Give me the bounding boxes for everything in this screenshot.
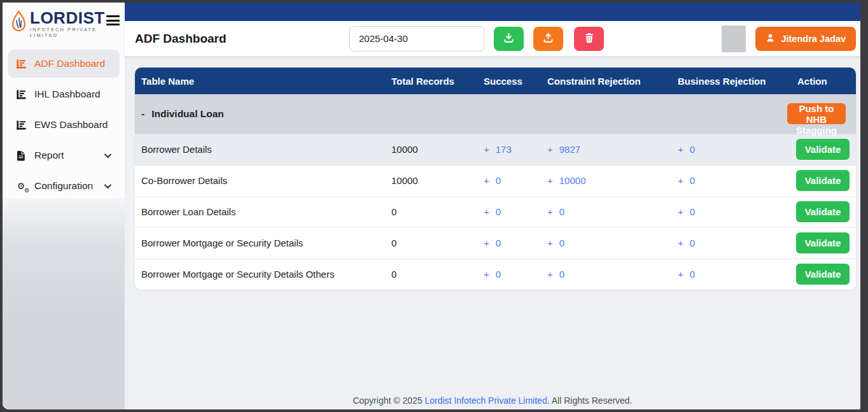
- page-title: ADF Dashboard: [135, 32, 349, 46]
- table-row: Borrower Details 10000 +173 +9827 +0 Val…: [135, 134, 856, 165]
- expand-plus-icon[interactable]: +: [678, 206, 683, 217]
- expand-plus-icon[interactable]: +: [484, 144, 489, 155]
- sidebar-item-label: EWS Dashboard: [34, 119, 108, 131]
- file-icon: [15, 150, 27, 161]
- bar-chart-icon: [15, 119, 27, 131]
- sidebar-item-adf-dashboard[interactable]: ADF Dashboard: [8, 50, 120, 78]
- report-date-input[interactable]: [349, 26, 484, 52]
- sidebar-item-label: Configuration: [34, 180, 93, 192]
- sidebar-item-configuration[interactable]: ⚙⚙ Configuration: [8, 172, 120, 200]
- adf-table: Table Name Total Records Success Constra…: [135, 67, 856, 290]
- table-name-cell: Borrower Details: [135, 134, 385, 165]
- person-icon: [766, 33, 775, 45]
- push-to-nhb-stagging-button[interactable]: Push to NHB Stagging: [787, 103, 846, 124]
- expand-plus-icon[interactable]: +: [678, 269, 683, 280]
- bar-chart-icon: [15, 58, 27, 69]
- table-row: Borrower Loan Details 0 +0 +0 +0 Validat…: [135, 196, 856, 227]
- upload-icon: [543, 32, 554, 45]
- expand-plus-icon[interactable]: +: [484, 238, 489, 248]
- logo-title: LORDIST: [30, 9, 106, 27]
- user-name: Jitendra Jadav: [781, 34, 846, 44]
- sidebar-menu: ADF Dashboard IHL Dashboard EWS Dashboar…: [3, 45, 125, 200]
- expand-plus-icon[interactable]: +: [547, 269, 553, 280]
- sidebar-item-ews-dashboard[interactable]: EWS Dashboard: [8, 111, 120, 139]
- expand-plus-icon[interactable]: +: [547, 206, 553, 217]
- table-body: - Individual Loan Push to NHB Stagging B…: [135, 94, 856, 290]
- constraint-count[interactable]: 0: [559, 206, 564, 217]
- col-success: Success: [477, 67, 541, 94]
- group-name: Individual Loan: [151, 108, 224, 120]
- download-icon: [503, 32, 514, 45]
- logo-subtitle: INFOTECH PRIVATE LIMITED: [30, 27, 106, 38]
- business-count[interactable]: 0: [690, 144, 695, 155]
- expand-plus-icon[interactable]: +: [484, 206, 489, 217]
- business-count[interactable]: 0: [690, 269, 695, 280]
- sidebar-item-label: Report: [34, 150, 64, 161]
- table-row: Borrower Mortgage or Security Details Ot…: [135, 259, 856, 290]
- adf-table-card: Table Name Total Records Success Constra…: [135, 67, 856, 290]
- expand-plus-icon[interactable]: +: [678, 238, 683, 248]
- validate-button[interactable]: Validate: [796, 170, 850, 191]
- content-area: Table Name Total Records Success Constra…: [125, 56, 860, 409]
- success-count[interactable]: 0: [496, 238, 501, 248]
- sidebar-item-label: ADF Dashboard: [34, 58, 105, 69]
- footer: Copyright © 2025 Lordist Infotech Privat…: [125, 395, 860, 406]
- total-records-cell: 10000: [385, 165, 477, 196]
- business-count[interactable]: 0: [690, 206, 695, 217]
- success-count[interactable]: 0: [496, 269, 501, 280]
- sidebar-header: LORDIST INFOTECH PRIVATE LIMITED: [3, 3, 125, 45]
- group-row-individual-loan: - Individual Loan Push to NHB Stagging: [135, 94, 856, 134]
- expand-plus-icon[interactable]: +: [678, 144, 683, 155]
- total-records-cell: 0: [385, 259, 477, 290]
- business-count[interactable]: 0: [690, 175, 695, 186]
- gears-icon: ⚙⚙: [15, 180, 27, 192]
- page-header: ADF Dashboard: [125, 21, 860, 56]
- collapse-icon[interactable]: -: [141, 108, 144, 120]
- flame-logo-icon: [10, 10, 27, 37]
- company-logo[interactable]: LORDIST INFOTECH PRIVATE LIMITED: [10, 9, 106, 38]
- constraint-count[interactable]: 10000: [559, 175, 586, 186]
- table-name-cell: Borrower Loan Details: [135, 196, 385, 227]
- bar-chart-icon: [15, 89, 27, 100]
- col-table-name: Table Name: [135, 67, 385, 94]
- total-records-cell: 10000: [385, 134, 477, 165]
- broken-avatar-image: [722, 25, 746, 52]
- success-count[interactable]: 0: [496, 206, 501, 217]
- main-area: ricultural sector. Sharp Drop in NABARD …: [125, 3, 860, 409]
- col-action: Action: [789, 67, 856, 94]
- expand-plus-icon[interactable]: +: [484, 175, 489, 186]
- col-total-records: Total Records: [385, 67, 477, 94]
- success-count[interactable]: 0: [496, 175, 501, 186]
- table-row: Borrower Mortgage or Security Details 0 …: [135, 227, 856, 259]
- validate-button[interactable]: Validate: [796, 201, 850, 222]
- expand-plus-icon[interactable]: +: [547, 238, 553, 248]
- upload-button[interactable]: [533, 27, 563, 51]
- sidebar: LORDIST INFOTECH PRIVATE LIMITED ADF Das…: [3, 3, 125, 409]
- expand-plus-icon[interactable]: +: [547, 144, 553, 155]
- success-count[interactable]: 173: [496, 144, 512, 155]
- copyright-prefix: Copyright © 2025: [353, 395, 424, 406]
- download-button[interactable]: [494, 27, 524, 51]
- sidebar-item-report[interactable]: Report: [8, 141, 120, 169]
- user-menu-button[interactable]: Jitendra Jadav: [755, 27, 856, 51]
- business-count[interactable]: 0: [690, 238, 695, 248]
- constraint-count[interactable]: 0: [559, 238, 564, 248]
- constraint-count[interactable]: 0: [559, 269, 564, 280]
- hamburger-menu-icon[interactable]: [106, 15, 120, 28]
- expand-plus-icon[interactable]: +: [678, 175, 683, 186]
- col-business-rejection: Business Rejection: [671, 67, 789, 94]
- news-ticker: ricultural sector. Sharp Drop in NABARD …: [125, 3, 860, 21]
- col-constraint-rejection: Constraint Rejection: [541, 67, 671, 94]
- group-label[interactable]: - Individual Loan: [141, 108, 783, 120]
- expand-plus-icon[interactable]: +: [484, 269, 489, 280]
- validate-button[interactable]: Validate: [796, 232, 850, 253]
- validate-button[interactable]: Validate: [796, 139, 850, 160]
- expand-plus-icon[interactable]: +: [547, 175, 553, 186]
- sidebar-item-ihl-dashboard[interactable]: IHL Dashboard: [8, 80, 120, 108]
- validate-button[interactable]: Validate: [796, 264, 850, 285]
- sidebar-footer-area: [3, 199, 125, 409]
- table-name-cell: Co-Borrower Details: [135, 165, 385, 196]
- constraint-count[interactable]: 9827: [559, 144, 580, 155]
- company-link[interactable]: Lordist Infotech Private Limited: [424, 395, 547, 406]
- delete-button[interactable]: [574, 27, 604, 51]
